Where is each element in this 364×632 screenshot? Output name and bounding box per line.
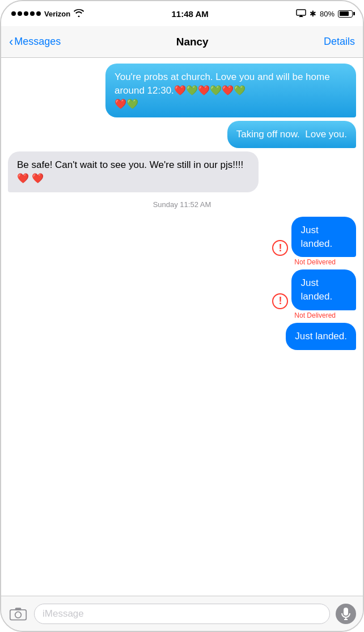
- battery-percent: 80%: [320, 10, 335, 18]
- details-button[interactable]: Details: [324, 36, 355, 48]
- back-chevron-icon: ‹: [9, 36, 13, 48]
- signal-dot-2: [18, 11, 22, 16]
- bubble-incoming-1: Be safe! Can't wait to see you. We're st…: [8, 151, 259, 192]
- svg-rect-0: [297, 10, 306, 15]
- bubble-outgoing-2: Taking off now. Love you.: [227, 121, 356, 148]
- phone-frame: Verizon 11:48 AM ✱ 80%: [0, 0, 364, 632]
- signal-dot-3: [24, 11, 28, 16]
- timestamp-1: Sunday 11:52 AM: [8, 200, 356, 209]
- airplay-icon: [296, 9, 306, 19]
- mic-icon: [341, 608, 350, 620]
- bubble-outgoing-6: Just landed.: [286, 323, 356, 350]
- svg-point-3: [15, 612, 22, 618]
- message-group-4: ! Just landed. Not Delivered: [8, 217, 356, 267]
- not-delivered-1: Not Delivered: [294, 258, 336, 266]
- message-row-4: ! Just landed.: [266, 217, 356, 258]
- messages-area: You're probs at church. Love you and wil…: [1, 58, 363, 596]
- error-icon-1[interactable]: !: [272, 240, 288, 256]
- wifi-icon: [74, 9, 84, 19]
- status-left: Verizon: [11, 9, 84, 19]
- message-row-5: ! Just landed.: [266, 269, 356, 310]
- signal-dots: [11, 11, 41, 16]
- bubble-outgoing-4: Just landed.: [291, 217, 356, 258]
- svg-rect-4: [15, 608, 22, 610]
- message-row-2: Taking off now. Love you.: [8, 121, 356, 148]
- carrier-label: Verizon: [44, 10, 70, 18]
- message-row-3: Be safe! Can't wait to see you. We're st…: [8, 151, 356, 192]
- not-delivered-2: Not Delivered: [294, 311, 336, 319]
- signal-dot-1: [11, 11, 16, 16]
- bluetooth-icon: ✱: [310, 9, 316, 18]
- signal-dot-5: [36, 11, 41, 16]
- svg-rect-5: [344, 608, 348, 616]
- input-bar: iMessage: [1, 596, 363, 631]
- status-time: 11:48 AM: [171, 9, 208, 19]
- error-icon-2[interactable]: !: [272, 293, 288, 309]
- battery-icon: [338, 10, 353, 18]
- signal-dot-4: [30, 11, 35, 16]
- bubble-outgoing-5: Just landed.: [291, 269, 356, 310]
- imessage-placeholder: iMessage: [43, 608, 84, 620]
- back-label: Messages: [14, 36, 61, 48]
- back-button[interactable]: ‹ Messages: [9, 36, 61, 48]
- nav-bar: ‹ Messages Nancy Details: [1, 26, 363, 58]
- camera-icon: [9, 606, 27, 621]
- conversation-title: Nancy: [176, 36, 209, 48]
- message-row-6: Just landed.: [8, 323, 356, 350]
- status-right: ✱ 80%: [296, 9, 353, 19]
- battery-fill: [340, 11, 349, 16]
- message-row-1: You're probs at church. Love you and wil…: [8, 64, 356, 117]
- bubble-outgoing-1: You're probs at church. Love you and wil…: [105, 64, 356, 117]
- imessage-input-field[interactable]: iMessage: [34, 604, 330, 624]
- mic-button[interactable]: [336, 604, 356, 624]
- camera-button[interactable]: [8, 604, 28, 624]
- message-group-5: ! Just landed. Not Delivered: [8, 269, 356, 319]
- battery-icon-container: [338, 10, 353, 18]
- status-bar: Verizon 11:48 AM ✱ 80%: [1, 1, 363, 26]
